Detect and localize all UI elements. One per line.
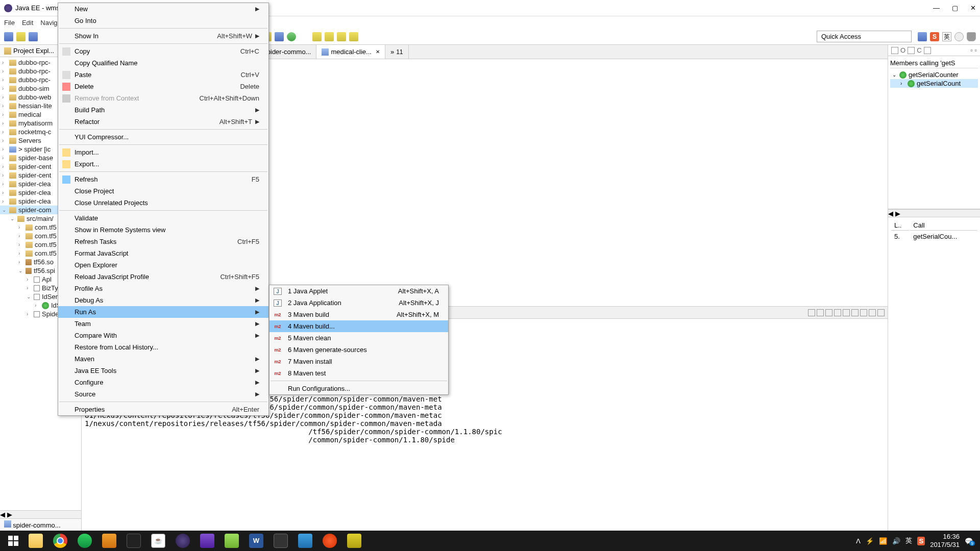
sogou-tray-icon[interactable]: S: [917, 537, 925, 545]
ime-icon[interactable]: 英: [942, 32, 951, 41]
eclipse-icon[interactable]: [170, 531, 195, 551]
toolbar-icon[interactable]: [4, 32, 13, 41]
app-icon[interactable]: [97, 531, 121, 551]
menu-item-copy-qualified-name[interactable]: Copy Qualified Name: [58, 57, 268, 69]
console-toolbar-icon[interactable]: [843, 309, 850, 316]
action-center-icon[interactable]: 💬9: [965, 537, 973, 545]
h-scrollbar[interactable]: ◀ ▶: [0, 510, 81, 518]
menu-item-profile-as[interactable]: Profile As▶: [58, 283, 268, 294]
menu-item-build-path[interactable]: Build Path▶: [58, 104, 268, 116]
menu-item-java-ee-tools[interactable]: Java EE Tools▶: [58, 365, 268, 377]
submenu-item-maven-build[interactable]: m23 Maven buildAlt+Shift+X, M: [270, 309, 448, 320]
console-toolbar-icon[interactable]: [877, 309, 885, 316]
menu-item-run-as[interactable]: Run As▶: [58, 306, 268, 318]
perspective-icon[interactable]: [918, 32, 927, 41]
menu-item-close-unrelated-projects[interactable]: Close Unrelated Projects: [58, 197, 268, 209]
console-toolbar-icon[interactable]: [834, 309, 841, 316]
terminal-icon[interactable]: [121, 531, 146, 551]
bottom-tab[interactable]: spider-commo...: [0, 518, 81, 531]
submenu-item-run-configurations-[interactable]: Run Configurations...: [270, 383, 448, 394]
toolbar-icon[interactable]: [16, 32, 26, 41]
menu-item-refactor[interactable]: RefactorAlt+Shift+T▶: [58, 116, 268, 128]
chrome-icon[interactable]: [48, 531, 72, 551]
menu-item-maven[interactable]: Maven▶: [58, 353, 268, 365]
menu-edit[interactable]: Edit: [22, 19, 33, 27]
menu-item-show-in[interactable]: Show InAlt+Shift+W▶: [58, 30, 268, 42]
minimize-button[interactable]: —: [933, 4, 940, 12]
menu-item-refresh[interactable]: RefreshF5: [58, 173, 268, 185]
menu-item-restore-from-local-history-[interactable]: Restore from Local History...: [58, 341, 268, 353]
console-toolbar-icon[interactable]: [808, 309, 815, 316]
tools-icon[interactable]: [293, 531, 317, 551]
app-icon[interactable]: [317, 531, 342, 551]
call-hierarchy-tree[interactable]: ⌄getSerialCounter›getSerialCount: [890, 70, 978, 88]
shirt-icon[interactable]: [967, 32, 976, 41]
toolbar-icon[interactable]: [312, 32, 322, 41]
editor-tab[interactable]: medical-clie...✕: [316, 45, 385, 59]
run-as-submenu[interactable]: J1 Java AppletAlt+Shift+X, AJ2 Java Appl…: [269, 285, 449, 395]
start-button[interactable]: [3, 531, 23, 551]
menu-item-reload-javascript-profile[interactable]: Reload JavaScript ProfileCtrl+Shift+F5: [58, 271, 268, 283]
menu-item-import-[interactable]: Import...: [58, 146, 268, 158]
menu-item-configure[interactable]: Configure▶: [58, 377, 268, 388]
menu-item-compare-with[interactable]: Compare With▶: [58, 330, 268, 341]
console-toolbar-icon[interactable]: [851, 309, 859, 316]
task-view-icon[interactable]: [268, 531, 293, 551]
menu-item-delete[interactable]: DeleteDelete: [58, 81, 268, 92]
submenu-item-maven-test[interactable]: m28 Maven test: [270, 367, 448, 379]
menu-item-debug-as[interactable]: Debug As▶: [58, 294, 268, 306]
table-header[interactable]: Call: [910, 220, 977, 231]
call-locations-table[interactable]: L..Call 5.getSerialCou...: [890, 219, 978, 242]
menu-item-format-javascript[interactable]: Format JavaScript: [58, 247, 268, 259]
file-explorer-icon[interactable]: [23, 531, 48, 551]
menu-item-open-explorer[interactable]: Open Explorer: [58, 259, 268, 271]
submenu-item-maven-build-[interactable]: m24 Maven build...: [270, 320, 448, 332]
tray-chevron-icon[interactable]: ᐱ: [856, 537, 861, 545]
console-toolbar-icon[interactable]: [869, 309, 876, 316]
app-icon[interactable]: [219, 531, 244, 551]
close-button[interactable]: ✕: [970, 4, 976, 12]
close-tab-icon[interactable]: ✕: [376, 49, 380, 55]
more-tabs[interactable]: »11: [385, 45, 409, 59]
table-row[interactable]: 5.getSerialCou...: [891, 232, 977, 241]
ime-tray-icon[interactable]: 英: [905, 536, 912, 545]
h-scrollbar[interactable]: ◀ ▶: [888, 209, 980, 217]
menu-navig[interactable]: Navig: [40, 19, 57, 27]
table-header[interactable]: L..: [891, 220, 909, 231]
system-tray[interactable]: ᐱ ⚡ 📶 🔊 英 S 16:36 2017/5/31 💬9: [856, 533, 977, 548]
console-toolbar-icon[interactable]: [825, 309, 832, 316]
word-icon[interactable]: W: [244, 531, 268, 551]
menu-item-export-[interactable]: Export...: [58, 158, 268, 170]
menu-item-copy[interactable]: CopyCtrl+C: [58, 45, 268, 57]
menu-item-show-in-remote-systems-view[interactable]: Show in Remote Systems view: [58, 224, 268, 236]
java-icon[interactable]: ☕: [146, 531, 170, 551]
menu-file[interactable]: File: [4, 19, 15, 27]
dolphin-icon[interactable]: [195, 531, 219, 551]
menu-item-go-into[interactable]: Go Into: [58, 15, 268, 27]
quick-access-input[interactable]: [817, 31, 912, 42]
menu-item-new[interactable]: New▶: [58, 3, 268, 15]
submenu-item-java-application[interactable]: J2 Java ApplicationAlt+Shift+X, J: [270, 297, 448, 309]
app-icon[interactable]: [342, 531, 366, 551]
toolbar-icon[interactable]: [349, 32, 358, 41]
submenu-item-java-applet[interactable]: J1 Java AppletAlt+Shift+X, A: [270, 285, 448, 297]
battery-icon[interactable]: ⚡: [866, 537, 874, 545]
call-hierarchy-item[interactable]: ⌄getSerialCounter: [890, 70, 978, 79]
toolbar-icon[interactable]: [29, 32, 38, 41]
menu-item-yui-compressor-[interactable]: YUI Compressor...: [58, 131, 268, 143]
toolbar-icon[interactable]: [287, 32, 296, 41]
windows-taskbar[interactable]: ☕ W ᐱ ⚡ 📶 🔊 英 S 16:36 2017/5/31 💬9: [0, 531, 980, 551]
toolbar-icon[interactable]: [337, 32, 346, 41]
console-toolbar-icon[interactable]: [817, 309, 824, 316]
menu-item-close-project[interactable]: Close Project: [58, 185, 268, 197]
menu-item-properties[interactable]: PropertiesAlt+Enter: [58, 404, 268, 415]
menu-item-source[interactable]: Source▶: [58, 388, 268, 400]
volume-icon[interactable]: 🔊: [892, 537, 900, 545]
wifi-icon[interactable]: 📶: [879, 537, 887, 545]
menu-item-refresh-tasks[interactable]: Refresh TasksCtrl+F5: [58, 236, 268, 247]
toolbar-icon[interactable]: [891, 47, 898, 54]
call-hierarchy-item[interactable]: ›getSerialCount: [890, 79, 978, 88]
maximize-button[interactable]: ▢: [952, 4, 958, 12]
toolbar-icon[interactable]: [908, 47, 915, 54]
menu-item-team[interactable]: Team▶: [58, 318, 268, 330]
